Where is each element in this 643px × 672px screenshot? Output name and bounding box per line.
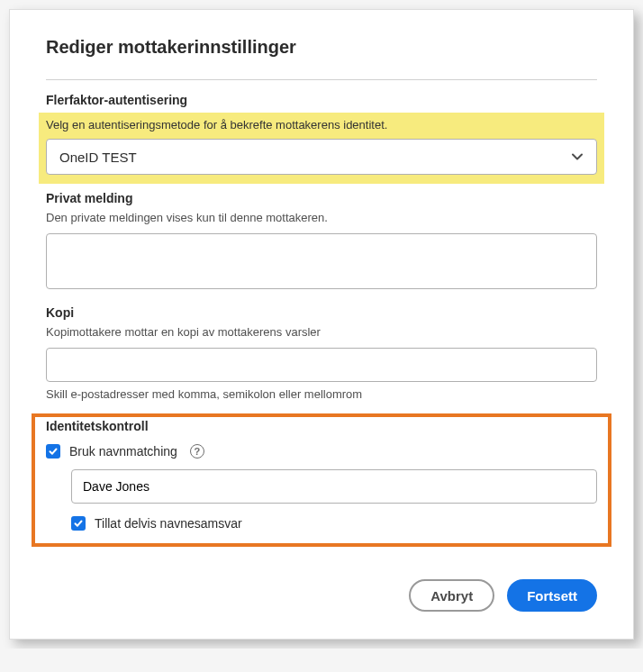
allow-partial-label: Tillat delvis navnesamsvar (95, 516, 242, 531)
name-input-wrap (71, 469, 597, 504)
copy-helper-text: Skill e-postadresser med komma, semikolo… (46, 387, 597, 401)
copy-label: Kopi (46, 305, 597, 320)
edit-recipient-settings-dialog: Rediger mottakerinnstillinger Flerfaktor… (9, 9, 634, 640)
copy-section: Kopi Kopimottakere mottar en kopi av mot… (46, 305, 597, 401)
mfa-section-label: Flerfaktor-autentisering (46, 93, 597, 107)
continue-button[interactable]: Fortsett (507, 579, 597, 612)
dialog-title: Rediger mottakerinnstillinger (46, 37, 597, 58)
help-icon[interactable]: ? (190, 444, 204, 459)
identity-label: Identitetskontroll (46, 419, 597, 433)
mfa-method-select[interactable]: OneID TEST (46, 139, 597, 175)
allow-partial-row: Tillat delvis navnesamsvar (71, 516, 597, 531)
private-message-section: Privat melding Den private meldingen vis… (46, 191, 597, 293)
copy-recipients-input[interactable] (46, 348, 597, 382)
mfa-description: Velg en autentiseringsmetode for å bekre… (46, 118, 597, 132)
use-name-matching-row: Bruk navnmatching ? (46, 444, 597, 459)
private-message-desc: Den private meldingen vises kun til denn… (46, 211, 597, 224)
use-name-matching-checkbox[interactable] (46, 444, 60, 459)
divider (46, 79, 597, 80)
name-matching-input[interactable] (71, 469, 597, 504)
private-message-input[interactable] (46, 233, 597, 289)
mfa-highlighted-block: Velg en autentiseringsmetode for å bekre… (39, 113, 604, 184)
private-message-label: Privat melding (46, 191, 597, 205)
dialog-button-row: Avbryt Fortsett (46, 579, 597, 612)
use-name-matching-label: Bruk navnmatching (69, 444, 177, 459)
chevron-down-icon (571, 150, 584, 163)
copy-desc: Kopimottakere mottar en kopi av mottaker… (46, 325, 597, 339)
cancel-button[interactable]: Avbryt (409, 579, 494, 612)
mfa-selected-value: OneID TEST (59, 150, 571, 165)
identity-control-callout: Identitetskontroll Bruk navnmatching ? T… (32, 413, 611, 547)
allow-partial-checkbox[interactable] (71, 516, 86, 531)
